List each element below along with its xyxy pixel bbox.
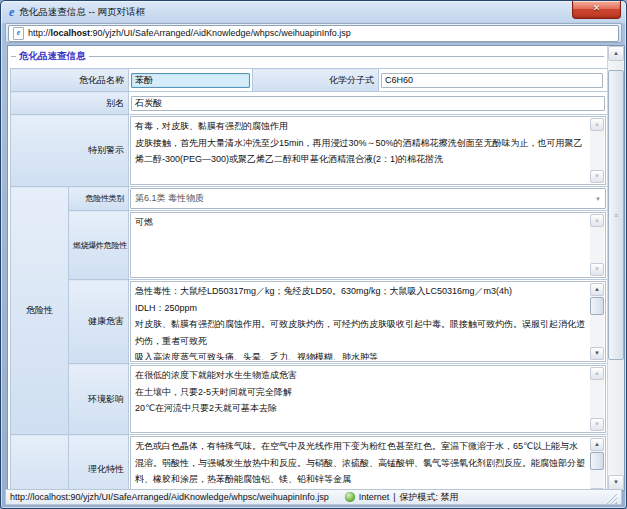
page-scrollbar[interactable]: ▲ ≡ ▼ (607, 46, 624, 490)
label-fire-explosion: 燃烧爆炸危险性 (69, 211, 129, 280)
chemical-info-table: 危化品名称 苯酚 化学分子式 C6H60 别名 石炭酸 特别警示 有毒，对皮肤、… (10, 68, 608, 490)
label-physchem: 理化特性 (69, 435, 129, 491)
label-formula: 化学分子式 (253, 69, 379, 92)
page-title: 危化品速查信息 (16, 50, 89, 63)
resize-grip[interactable] (606, 493, 617, 504)
status-bar: http://localhost:90/yjzh/UI/SafeArranged… (5, 489, 622, 505)
label-special-warning: 特别警示 (11, 115, 129, 187)
hazard-class-select[interactable]: 第6.1类 毒性物质 ▼ (130, 188, 606, 209)
scrollbar-thumb[interactable] (590, 297, 604, 315)
scroll-up-button[interactable]: ▲ (590, 214, 604, 227)
formula-input[interactable]: C6H60 (381, 73, 603, 88)
table-row: 特别警示 有毒，对皮肤、黏膜有强烈的腐蚀作用 皮肤接触，首先用大量清水冲洗至少1… (11, 115, 608, 187)
scroll-down-button[interactable]: ▼ (608, 475, 624, 490)
label-environment: 环境影响 (69, 364, 129, 435)
table-row: 环境影响 在很低的浓度下就能对水生生物造成危害 在土壤中，只要2-5天时间就可完… (11, 364, 608, 435)
scroll-up-button[interactable]: ▲ (590, 118, 604, 131)
chevron-down-icon: ▼ (595, 196, 601, 202)
scroll-up-button[interactable]: ▲ (590, 367, 604, 380)
empty-group-cell (11, 435, 69, 491)
label-health-hazard: 健康危害 (69, 280, 129, 364)
physchem-scrollbar[interactable]: ▲ ▼ (590, 438, 604, 490)
close-icon: ✕ (593, 3, 601, 13)
address-input[interactable]: e http://localhost:90/yjzh/UI/SafeArrang… (8, 25, 619, 42)
table-row: 健康危害 急性毒性：大鼠经LD50317mg／kg；兔经皮LD50。630mg/… (11, 280, 608, 364)
health-hazard-text: 急性毒性：大鼠经LD50317mg／kg；兔经皮LD50。630mg/kg；大鼠… (132, 283, 589, 360)
protected-mode-label: 保护模式: 禁用 (400, 491, 459, 504)
label-hazard-group: 危险性 (11, 187, 69, 435)
environment-scrollbar[interactable]: ▲ ▼ (590, 367, 604, 431)
environment-text: 在很低的浓度下就能对水生生物造成危害 在土壤中，只要2-5天时间就可完全降解 2… (132, 367, 589, 431)
special-warning-text: 有毒，对皮肤、黏膜有强烈的腐蚀作用 皮肤接触，首先用大量清水冲洗至少15min，… (132, 118, 589, 183)
scroll-down-button[interactable]: ▼ (590, 418, 604, 431)
scroll-down-button[interactable]: ▼ (590, 263, 604, 276)
table-row: 理化特性 无色或白色晶体，有特殊气味。在空气中及光线作用下变为粉红色甚至红色。室… (11, 435, 608, 491)
title-bar: e 危化品速查信息 -- 网页对话框 (9, 3, 564, 22)
physchem-text: 无色或白色晶体，有特殊气味。在空气中及光线作用下变为粉红色甚至红色。室温下微溶于… (132, 438, 589, 490)
zone-label: Internet (359, 492, 390, 502)
dialog-window: e 危化品速查信息 -- 网页对话框 ✕ e http://localhost:… (0, 0, 627, 509)
health-hazard-textarea[interactable]: 急性毒性：大鼠经LD50317mg／kg；兔经皮LD50。630mg/kg；大鼠… (130, 281, 606, 362)
scrollbar-thumb[interactable] (590, 452, 604, 470)
table-row: 燃烧爆炸危险性 可燃 ▲ ▼ (11, 211, 608, 280)
label-hazard-class: 危险性类别 (69, 187, 129, 211)
dialog-content: 危化品速查信息 危化品名称 苯酚 化学分子式 C6H60 别名 石炭酸 特别警示 (7, 45, 625, 491)
page-icon: e (13, 27, 24, 40)
window-title: 危化品速查信息 -- 网页对话框 (19, 6, 145, 19)
close-button[interactable]: ✕ (572, 1, 621, 19)
special-warning-textarea[interactable]: 有毒，对皮肤、黏膜有强烈的腐蚀作用 皮肤接触，首先用大量清水冲洗至少15min，… (130, 116, 606, 185)
fire-explosion-textarea[interactable]: 可燃 ▲ ▼ (130, 212, 606, 278)
table-row: 别名 石炭酸 (11, 92, 608, 115)
physchem-textarea[interactable]: 无色或白色晶体，有特殊气味。在空气中及光线作用下变为粉红色甚至红色。室温下微溶于… (130, 436, 606, 490)
table-row: 危化品名称 苯酚 化学分子式 C6H60 (11, 69, 608, 92)
scrollbar-thumb[interactable]: ≡ (608, 70, 624, 360)
alias-input[interactable]: 石炭酸 (131, 96, 605, 111)
groupbox-header: 危化品速查信息 (11, 49, 604, 62)
health-hazard-scrollbar[interactable]: ▲ ▼ (590, 283, 604, 360)
fire-explosion-text: 可燃 (132, 214, 589, 276)
globe-icon (345, 492, 355, 502)
ie-icon: e (9, 5, 14, 20)
hazard-class-value: 第6.1类 毒性物质 (135, 192, 204, 205)
label-alias: 别名 (11, 92, 129, 115)
form-area: 危化品速查信息 危化品名称 苯酚 化学分子式 C6H60 别名 石炭酸 特别警示 (8, 46, 608, 490)
label-chemical-name: 危化品名称 (11, 69, 129, 92)
scroll-up-button[interactable]: ▲ (608, 46, 624, 61)
address-bar: e http://localhost:90/yjzh/UI/SafeArrang… (5, 23, 622, 43)
status-separator: | (393, 492, 395, 502)
thumb-grip-icon: ≡ (614, 212, 618, 219)
scroll-down-button[interactable]: ▼ (590, 170, 604, 183)
chemical-name-input[interactable]: 苯酚 (131, 73, 250, 88)
special-warning-scrollbar[interactable]: ▲ ▼ (590, 118, 604, 183)
scroll-down-button[interactable]: ▼ (590, 347, 604, 360)
table-wrap: 危化品名称 苯酚 化学分子式 C6H60 别名 石炭酸 特别警示 有毒，对皮肤、… (10, 68, 608, 490)
address-url: http://localhost:90/yjzh/UI/SafeArranged… (28, 28, 351, 38)
environment-textarea[interactable]: 在很低的浓度下就能对水生生物造成危害 在土壤中，只要2-5天时间就可完全降解 2… (130, 365, 606, 433)
table-row: 危险性 危险性类别 第6.1类 毒性物质 ▼ (11, 187, 608, 211)
scroll-up-button[interactable]: ▲ (590, 438, 604, 451)
status-url: http://localhost:90/yjzh/UI/SafeArranged… (10, 492, 329, 502)
fire-explosion-scrollbar[interactable]: ▲ ▼ (590, 214, 604, 276)
scroll-up-button[interactable]: ▲ (590, 283, 604, 296)
